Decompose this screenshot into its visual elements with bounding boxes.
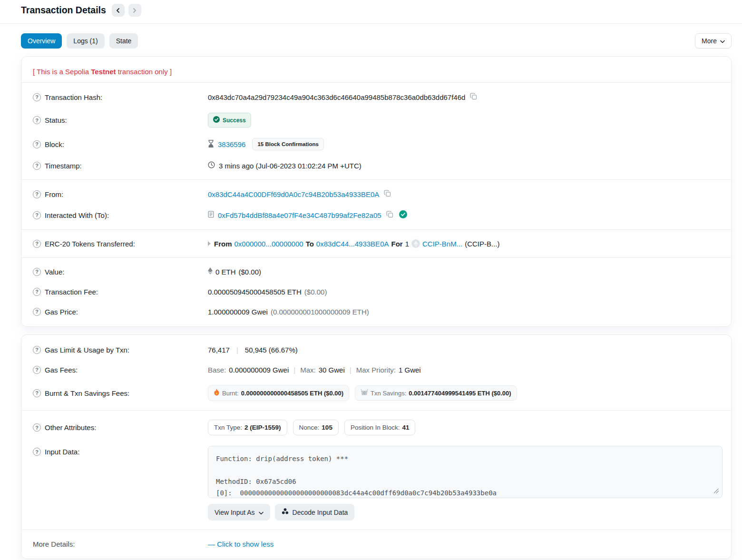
tabs: Overview Logs (1) State <box>21 33 138 49</box>
more-details-label: More Details: <box>33 540 75 548</box>
position-in-block-value: 41 <box>402 424 409 431</box>
input-data-label: Input Data: <box>45 448 79 456</box>
block-number-link[interactable]: 3836596 <box>218 140 245 148</box>
contract-file-icon <box>208 211 214 219</box>
transaction-fee-row: Transaction Fee: 0.000050945000458505 ET… <box>33 282 720 302</box>
help-icon[interactable] <box>33 240 41 248</box>
block-label: Block: <box>45 140 64 148</box>
base-fee-value: 0.000000009 Gwei <box>229 366 289 374</box>
testnet-notice-bold: Testnet <box>91 68 116 76</box>
check-circle-icon <box>213 116 220 124</box>
erc20-from-label: From <box>214 240 232 248</box>
timestamp-row: Timestamp: 3 mins ago (Jul-06-2023 01:02… <box>33 156 720 176</box>
testnet-notice-suffix: transaction only ] <box>116 68 172 76</box>
help-icon[interactable] <box>33 389 41 397</box>
gas-limit-value: 76,417 <box>208 346 230 354</box>
input-data-textarea[interactable]: Function: drip(address token) *** Method… <box>208 446 722 498</box>
timestamp-value: 3 mins ago (Jul-06-2023 01:02:24 PM +UTC… <box>219 162 361 170</box>
gas-fees-label: Gas Fees: <box>45 366 78 374</box>
tab-overview[interactable]: Overview <box>21 33 62 49</box>
help-icon[interactable] <box>33 366 41 374</box>
previous-txn-button[interactable] <box>112 4 125 17</box>
chevron-down-icon <box>720 37 725 45</box>
details-card: Gas Limit & Usage by Txn: 76,417 | 50,94… <box>21 334 732 559</box>
verified-contract-icon <box>399 210 407 220</box>
burnt-label: Burnt: <box>222 390 239 397</box>
gas-price-label: Gas Price: <box>45 308 78 316</box>
help-icon[interactable] <box>33 423 41 432</box>
chevron-right-icon <box>132 8 137 13</box>
help-icon[interactable] <box>33 448 41 456</box>
value-label: Value: <box>45 268 64 276</box>
block-row: Block: 3836596 15 Block Confirmations <box>33 133 720 156</box>
gas-limit-label: Gas Limit & Usage by Txn: <box>45 346 129 354</box>
help-icon[interactable] <box>33 162 41 170</box>
chevron-down-icon <box>259 509 264 516</box>
help-icon[interactable] <box>33 140 41 148</box>
gas-used-value: 50,945 (66.67%) <box>245 346 298 354</box>
erc20-to-address-link[interactable]: 0x83dC44...4933BE0A <box>316 240 389 248</box>
txn-type-label: Txn Type: <box>214 424 242 431</box>
gas-price-eth: (0.000000001000000009 ETH) <box>271 308 369 316</box>
tab-logs[interactable]: Logs (1) <box>67 33 104 49</box>
help-icon[interactable] <box>33 116 41 124</box>
base-fee-label: Base: <box>208 366 226 374</box>
to-address-link[interactable]: 0xFd57b4ddBf88a4e07fF4e34C487b99af2Fe82a… <box>218 211 381 219</box>
copy-to-address-button[interactable] <box>385 210 394 220</box>
copy-hash-button[interactable] <box>469 92 478 102</box>
burnt-fees-row: Burnt & Txn Savings Fees: Burnt: 0.00000… <box>33 380 720 406</box>
erc20-token-link[interactable]: CCIP-BnM... <box>422 240 462 248</box>
txn-nav <box>112 4 141 17</box>
eth-diamond-icon <box>208 267 213 276</box>
copy-from-address-button[interactable] <box>383 189 392 199</box>
txn-type-badge: Txn Type: 2 (EIP-1559) <box>208 420 287 435</box>
separator: | <box>292 366 297 374</box>
max-priority-fee-label: Max Priority: <box>356 366 396 374</box>
testnet-notice-prefix: [ This is a Sepolia <box>33 68 91 76</box>
next-txn-button[interactable] <box>128 4 141 17</box>
overview-card: [ This is a Sepolia Testnet transaction … <box>21 56 732 327</box>
erc20-from-address-link[interactable]: 0x000000...00000000 <box>234 240 303 248</box>
value-usd: ($0.00) <box>239 268 262 276</box>
help-icon[interactable] <box>33 268 41 276</box>
help-icon[interactable] <box>33 93 41 101</box>
gas-limit-row: Gas Limit & Usage by Txn: 76,417 | 50,94… <box>33 340 720 360</box>
page-header: Transaction Details <box>0 0 742 24</box>
txn-savings-value: 0.001477404999541495 ETH ($0.00) <box>409 390 511 397</box>
separator: | <box>234 346 240 354</box>
more-dropdown-button[interactable]: More <box>695 33 732 49</box>
money-wings-icon <box>361 389 368 397</box>
transaction-hash-row: Transaction Hash: 0x843dc70a4a29d79234c4… <box>33 87 720 108</box>
transaction-fee-amount: 0.000050945000458505 ETH <box>208 288 302 296</box>
erc20-token-symbol: (CCIP-B...) <box>465 240 499 248</box>
token-logo-icon <box>411 239 420 248</box>
tab-state[interactable]: State <box>109 33 138 49</box>
from-address-link[interactable]: 0x83dC44a4C00DFf69d0A0c7c94B20b53a4933BE… <box>208 190 379 198</box>
page-title: Transaction Details <box>21 5 106 16</box>
resize-grip[interactable] <box>714 489 719 493</box>
decode-input-data-label: Decode Input Data <box>293 509 348 516</box>
value-amount: 0 ETH <box>215 268 236 276</box>
status-row: Status: Success <box>33 108 720 133</box>
max-fee-label: Max: <box>300 366 316 374</box>
burnt-value: 0.000000000000458505 ETH ($0.00) <box>241 390 343 397</box>
other-attributes-row: Other Attributes: Txn Type: 2 (EIP-1559)… <box>33 414 720 441</box>
view-input-as-label: View Input As <box>215 509 255 516</box>
timestamp-label: Timestamp: <box>45 162 82 170</box>
help-icon[interactable] <box>33 211 41 219</box>
gas-price-row: Gas Price: 1.000000009 Gwei (0.000000001… <box>33 302 720 322</box>
help-icon[interactable] <box>33 346 41 354</box>
copy-icon <box>470 93 477 101</box>
show-less-link[interactable]: — Click to show less <box>208 540 273 548</box>
view-input-as-button[interactable]: View Input As <box>208 504 270 521</box>
more-label: More <box>702 37 717 45</box>
erc20-transfers-row: ERC-20 Tokens Transferred: From 0x000000… <box>33 234 720 254</box>
hourglass-icon <box>208 140 214 149</box>
gas-fees-row: Gas Fees: Base: 0.000000009 Gwei | Max: … <box>33 360 720 380</box>
transaction-hash-value: 0x843dc70a4a29d79234c49a904c363d6c46640a… <box>208 93 465 101</box>
help-icon[interactable] <box>33 288 41 296</box>
help-icon[interactable] <box>33 190 41 198</box>
chevron-left-icon <box>116 8 120 13</box>
decode-input-data-button[interactable]: Decode Input Data <box>275 504 355 521</box>
help-icon[interactable] <box>33 308 41 316</box>
